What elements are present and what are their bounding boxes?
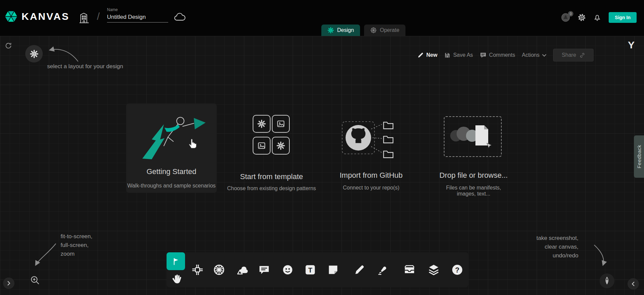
kubernetes-icon <box>212 263 226 277</box>
chevron-left-icon <box>631 281 635 287</box>
pencil-icon <box>417 52 424 58</box>
card-subtitle: Choose from existing design patterns <box>226 185 317 192</box>
card-title: Import from GitHub <box>337 171 405 180</box>
drop-illustration <box>444 117 501 156</box>
template-tile <box>253 137 271 155</box>
tool-dock: T <box>167 252 468 287</box>
zoom-icon[interactable] <box>30 275 40 286</box>
drawing-tools-button[interactable] <box>600 273 614 288</box>
expand-left-panel-button[interactable] <box>3 278 14 289</box>
card-title: Start from template <box>226 172 317 181</box>
hand-cursor-icon <box>187 137 199 149</box>
credits-badge: 0 <box>568 11 573 16</box>
circuit-icon <box>191 263 204 277</box>
logo-wordmark: KANVAS <box>22 11 69 22</box>
smiley-icon <box>281 263 294 277</box>
select-tool-button[interactable] <box>167 252 185 270</box>
folder-icon <box>384 122 393 129</box>
template-tile <box>253 115 271 133</box>
import-tray-tool[interactable] <box>402 262 417 277</box>
card-getting-started[interactable]: Getting Started Walk-throughs and sample… <box>126 103 217 193</box>
kubernetes-tool[interactable] <box>212 262 226 277</box>
pen-tool[interactable] <box>375 262 390 277</box>
sprocket-icon <box>30 49 39 58</box>
save-as-button[interactable]: Save As <box>444 52 473 58</box>
image-icon <box>257 141 266 150</box>
share-button[interactable]: Share <box>553 49 594 61</box>
comments-icon <box>480 52 487 58</box>
image-icon <box>276 119 285 128</box>
kanvas-logo[interactable]: KANVAS <box>4 9 69 24</box>
credits-button[interactable]: 0 <box>561 13 570 22</box>
pencil-tool-icon <box>353 263 366 277</box>
design-sprocket-icon <box>327 27 334 34</box>
tray-icon <box>403 263 416 277</box>
new-button[interactable]: New <box>417 52 437 58</box>
layers-tool[interactable] <box>426 262 441 277</box>
sprocket-icon <box>276 141 285 150</box>
card-title: Drop file or browse... <box>437 171 510 180</box>
cloud-icon[interactable] <box>173 13 186 22</box>
sprocket-icon <box>257 119 266 128</box>
tab-design-label: Design <box>337 27 354 33</box>
card-start-from-template[interactable]: Start from template Choose from existing… <box>226 115 317 192</box>
card-subtitle: Files can be manifests, images, text... <box>437 185 510 197</box>
workspace-logo: Y <box>628 39 635 51</box>
bell-icon[interactable] <box>593 13 601 22</box>
github-illustration <box>337 118 405 163</box>
breadcrumb-separator: / <box>97 11 100 22</box>
comments-button[interactable]: Comments <box>480 52 515 58</box>
pen-tool-icon <box>376 263 389 277</box>
operate-helm-icon <box>370 27 377 34</box>
comment-icon <box>257 263 271 277</box>
text-tool[interactable]: T <box>303 262 318 277</box>
pen-nib-icon <box>602 276 612 286</box>
shapes-tool[interactable] <box>235 262 250 277</box>
card-drop-file[interactable]: Drop file or browse... Files can be mani… <box>437 116 510 188</box>
folder-icon <box>384 151 393 158</box>
sign-in-button[interactable]: Sign In <box>609 12 637 23</box>
app-header: KANVAS / Name Design Operate <box>0 0 644 36</box>
layers-icon <box>427 263 440 277</box>
bottom-right-hints: take screenshot, clear canvas, undo/redo <box>536 234 578 260</box>
pencil-tool[interactable] <box>352 262 367 277</box>
caret-down-icon <box>542 54 546 57</box>
link-icon <box>579 52 585 58</box>
components-tool[interactable] <box>190 262 205 277</box>
gear-icon[interactable] <box>578 13 586 22</box>
folder-icon <box>384 136 393 143</box>
svg-text:T: T <box>308 266 312 274</box>
design-name-label: Name <box>107 7 168 12</box>
chevron-right-icon <box>7 281 11 286</box>
canvas-toolbar: New Save As Comments <box>417 48 594 62</box>
tab-operate[interactable]: Operate <box>364 25 405 36</box>
expand-right-panel-button[interactable] <box>628 278 639 290</box>
save-icon <box>444 52 451 58</box>
layout-picker-button[interactable] <box>25 45 43 62</box>
tab-operate-label: Operate <box>380 27 399 33</box>
sync-icon[interactable] <box>5 42 12 49</box>
text-icon: T <box>303 263 317 277</box>
sticky-note-tool[interactable] <box>326 262 341 277</box>
comment-tool[interactable] <box>257 262 272 277</box>
card-subtitle: Connect to your repo(s) <box>337 185 405 191</box>
feedback-label: Feedback <box>636 145 642 168</box>
design-name-input[interactable] <box>107 13 168 23</box>
help-icon: ? <box>451 263 464 277</box>
feedback-tab[interactable]: Feedback <box>634 135 644 178</box>
layout-hint: select a layout for your design <box>47 62 123 71</box>
tab-design[interactable]: Design <box>321 25 360 36</box>
kanvas-app: KANVAS / Name Design Operate <box>0 0 644 295</box>
logo-hex-icon <box>4 9 18 24</box>
actions-dropdown[interactable]: Actions <box>522 52 546 58</box>
help-button[interactable]: ? <box>450 262 465 277</box>
sticker-tool[interactable] <box>280 262 295 277</box>
drop-zone[interactable] <box>444 116 502 157</box>
design-canvas[interactable]: select a layout for your design New Save… <box>0 36 644 295</box>
svg-text:?: ? <box>455 266 460 274</box>
sticky-icon <box>326 263 340 277</box>
hand-icon[interactable] <box>170 272 183 285</box>
building-icon[interactable] <box>79 11 90 24</box>
card-import-from-github[interactable]: Import from GitHub Connect to your repo(… <box>337 118 405 192</box>
bottom-left-hints: fit-to-screen, full-screen, zoom <box>61 232 92 258</box>
